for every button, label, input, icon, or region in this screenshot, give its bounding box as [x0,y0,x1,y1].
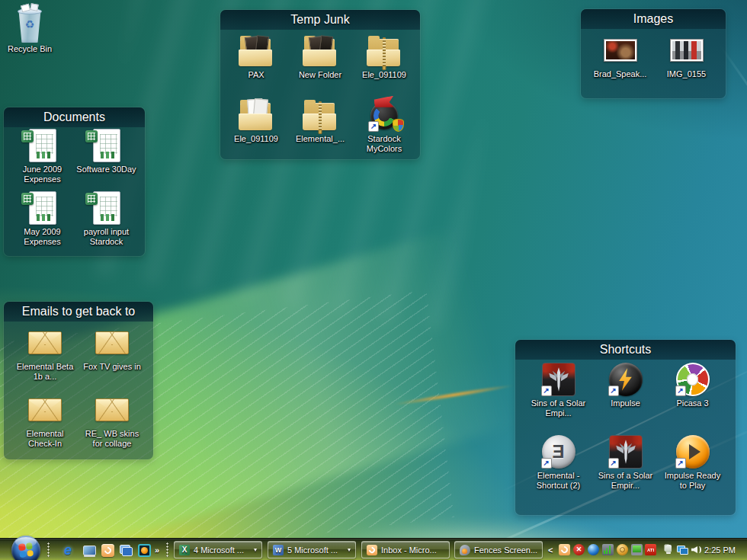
desktop-icon-img-0155[interactable]: IMG_0155 [653,34,720,94]
fence-title-shortcuts[interactable]: Shortcuts [515,340,736,360]
fence-emails: Emails to get back to Elemental Beta 1b … [4,302,153,459]
desktop-icon-elemental-shortcut-2[interactable]: Elemental - Shortcut (2) [525,435,592,507]
monitor-tray-icon[interactable] [631,544,643,555]
orange-app-tray-icon[interactable] [559,544,570,555]
shortcut-arrow-icon [675,386,686,396]
gold-coin-tray-icon[interactable] [617,544,628,555]
fence-images: Images Brad_Speak... IMG_0155 [581,9,726,98]
signal-bars-tray-icon[interactable] [602,544,614,555]
internet-explorer-icon[interactable]: e [63,542,78,558]
taskbar-button-fences[interactable]: Fences Screen... [454,541,543,558]
desktop-icon-ele-091109[interactable]: Ele_091109 [224,98,288,162]
desktop-icon-june-2009-expenses[interactable]: June 2009 Expenses [11,129,75,191]
tray-collapse-chevron[interactable]: < [548,539,553,560]
security-alert-tray-icon[interactable] [573,544,585,555]
desktop-icon-elemental-beta-email[interactable]: Elemental Beta 1b a... [11,326,79,393]
volume-icon[interactable] [691,544,702,555]
word-icon [273,545,284,555]
recycle-bin-icon [12,5,47,43]
desktop-icon-software-30day[interactable]: Software 30Day [75,129,139,191]
outlook-quick-launch-icon[interactable] [100,542,115,558]
fence-shortcuts: Shortcuts Sins of a Solar Empi... Impuls… [515,340,736,515]
quick-launch-overflow-chevron[interactable]: » [155,539,159,560]
folder-pictures-icon [303,34,338,68]
envelope-icon [27,393,63,427]
desktop-icon-ele-091109-zip[interactable]: Ele_091109 [352,34,416,98]
blue-orb-tray-icon[interactable] [588,544,599,555]
media-play-quick-launch-icon[interactable] [136,542,152,558]
desktop-icon-pax[interactable]: PAX [224,34,288,98]
fences-icon [460,545,470,555]
photo-thumbnail-icon [669,34,704,67]
shortcut-arrow-icon [608,458,619,469]
network-icon[interactable] [677,544,688,555]
desktop-icon-picasa-3[interactable]: Picasa 3 [659,363,726,435]
show-desktop-icon[interactable] [82,542,97,558]
envelope-icon [27,326,63,360]
folder-pictures-icon [239,34,274,68]
stardock-mycolors-icon [368,98,403,132]
start-button[interactable] [11,536,40,560]
taskbar-clock[interactable]: 2:25 PM [704,539,742,560]
folder-documents-icon [239,98,274,132]
excel-document-icon [89,191,124,225]
zip-folder-icon [367,34,402,68]
desktop-icon-elemental-zip[interactable]: Elemental_... [288,98,352,162]
fence-title-images[interactable]: Images [581,9,726,29]
shortcut-arrow-icon [608,386,619,396]
desktop-icon-wb-skins-email[interactable]: RE_ WB skins for collage [79,393,146,460]
desktop-icon-new-folder[interactable]: New Folder [288,34,352,98]
excel-document-icon [25,191,60,225]
fence-title-temp-junk[interactable]: Temp Junk [220,10,420,30]
window-switcher-icon[interactable] [118,542,133,558]
fence-temp-junk: Temp Junk PAX New Folder Ele_091109 Ele_… [220,10,420,159]
shortcut-arrow-icon [541,386,552,396]
desktop-icon-brad-speak[interactable]: Brad_Speak... [587,34,653,94]
fence-title-documents[interactable]: Documents [4,107,145,127]
envelope-icon [95,326,130,360]
recycle-bin-label: Recycle Bin [8,44,52,54]
recycle-bin-desktop-icon[interactable]: Recycle Bin [6,5,53,54]
taskbar: e » 4 Microsoft ... ▾ 5 Microsoft ... ▾ … [0,538,747,560]
taskband-grip[interactable] [166,542,170,557]
vista-desktop: Recycle Bin Temp Junk PAX New Folder Ele… [0,0,747,560]
desktop-icon-sins-solar-empire-1[interactable]: Sins of a Solar Empi... [525,363,592,435]
envelope-icon [95,393,130,427]
group-expand-arrow: ▾ [348,546,351,553]
desktop-icon-fox-tv-email[interactable]: Fox TV gives in [79,326,146,393]
quick-launch-grip[interactable] [47,542,51,557]
fence-documents: Documents June 2009 Expenses Software 30… [4,107,145,256]
photo-thumbnail-icon [603,34,638,67]
desktop-icon-sins-solar-empire-2[interactable]: Sins of a Solar Empir... [592,435,659,507]
desktop-icon-payroll-input-stardock[interactable]: payroll input Stardock [75,191,139,254]
desktop-icon-may-2009-expenses[interactable]: May 2009 Expenses [11,191,75,254]
shortcut-arrow-icon [368,121,379,132]
desktop-icon-impulse-ready-to-play[interactable]: Impulse Ready to Play [659,435,726,507]
shortcut-arrow-icon [541,458,552,469]
zip-folder-icon [303,98,338,132]
desktop-icon-stardock-mycolors[interactable]: Stardock MyColors [352,98,416,162]
desktop-icon-elemental-checkin-email[interactable]: Elemental Check-In [11,393,79,460]
orange-streak [393,383,514,408]
taskbar-button-inbox[interactable]: Inbox - Micro... [361,541,450,558]
group-expand-arrow: ▾ [254,546,257,553]
desktop-icon-impulse[interactable]: Impulse [592,363,659,435]
shortcut-arrow-icon [675,458,686,469]
ati-tray-icon[interactable] [645,544,656,555]
outlook-icon [367,545,377,555]
power-plug-icon[interactable] [663,544,675,555]
fence-title-emails[interactable]: Emails to get back to [4,302,153,322]
taskbar-button-word-group[interactable]: 5 Microsoft ... ▾ [268,541,356,558]
excel-document-icon [25,129,60,162]
excel-icon [179,545,190,555]
taskbar-button-excel-group[interactable]: 4 Microsoft ... ▾ [174,541,262,558]
excel-document-icon [89,129,124,162]
